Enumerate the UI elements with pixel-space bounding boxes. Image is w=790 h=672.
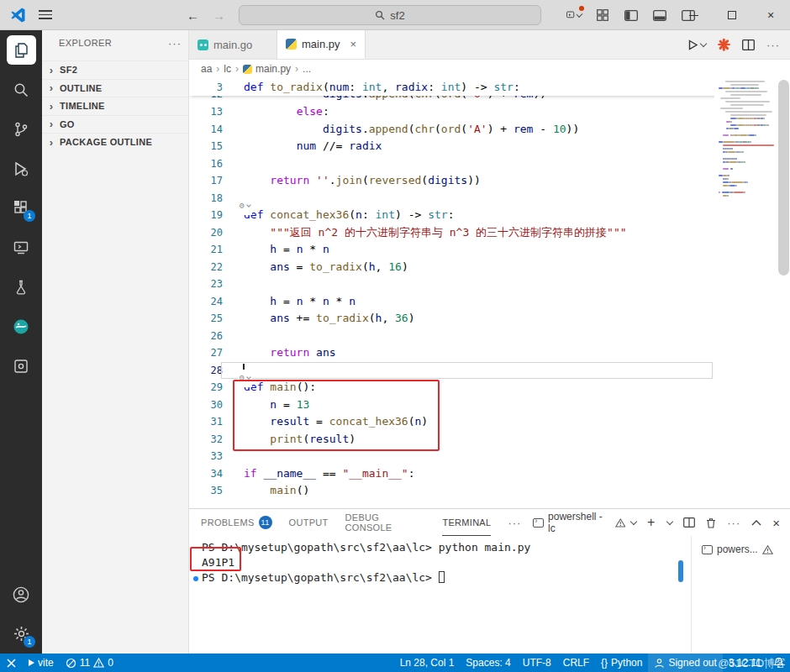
- code-line[interactable]: 16: [189, 155, 790, 173]
- code-line[interactable]: 14 digits.append(chr(ord('A') + rem - 10…: [189, 121, 790, 139]
- panel-tab-debug-console[interactable]: DEBUG CONSOLE: [345, 509, 426, 536]
- breadcrumb-item[interactable]: ...: [303, 63, 311, 75]
- search-view-icon[interactable]: [0, 70, 42, 109]
- encoding[interactable]: UTF-8: [517, 654, 557, 672]
- settings-gear-icon[interactable]: 1: [0, 614, 42, 654]
- editor-more-actions-icon[interactable]: ···: [766, 39, 780, 51]
- code-line[interactable]: ⚙29def main():: [189, 379, 790, 396]
- sidebar-more-icon[interactable]: ···: [168, 37, 182, 50]
- code-line[interactable]: 30 n = 13: [189, 396, 790, 414]
- terminal-tab-item[interactable]: powers...: [697, 540, 790, 559]
- code-line[interactable]: 24 h = n * n * n: [189, 293, 790, 311]
- chevron-right-icon: ›: [45, 64, 57, 76]
- extensions-icon[interactable]: 1: [0, 188, 42, 228]
- code-editor[interactable]: 3 def to_radix(num: int, radix: int) -> …: [189, 78, 790, 508]
- minimap[interactable]: [714, 78, 790, 508]
- language-mode[interactable]: {} Python: [595, 654, 648, 672]
- code-line[interactable]: 25 ans += to_radix(h, 36): [189, 310, 790, 328]
- terminal-scrollbar[interactable]: [678, 560, 683, 582]
- remote-indicator[interactable]: [0, 654, 23, 672]
- close-panel-icon[interactable]: ×: [772, 516, 780, 530]
- kill-terminal-icon[interactable]: [706, 517, 716, 528]
- editor-tab-main.go[interactable]: main.go: [189, 30, 277, 59]
- run-menu-icon[interactable]: [566, 9, 582, 21]
- command-decoration-dot[interactable]: [193, 576, 198, 581]
- indentation[interactable]: Spaces: 4: [460, 654, 516, 672]
- gutter-gear-icon[interactable]: ⚙: [238, 197, 252, 215]
- sticky-scroll-line[interactable]: 3 def to_radix(num: int, radix: int) -> …: [189, 78, 790, 96]
- code-line[interactable]: 13 else:: [189, 103, 790, 121]
- toggle-sidebar-icon[interactable]: [624, 9, 639, 21]
- sidebar-section-go[interactable]: ›GO: [42, 115, 188, 134]
- sidebar-section-timeline[interactable]: ›TIMELINE: [42, 97, 188, 115]
- code-line[interactable]: 18: [189, 190, 790, 207]
- maximize-panel-icon[interactable]: [751, 519, 761, 526]
- panel-tab-output[interactable]: OUTPUT: [289, 509, 329, 536]
- new-terminal-dropdown-icon[interactable]: [666, 517, 673, 524]
- breadcrumb-label: ...: [303, 63, 311, 75]
- code-line[interactable]: ⚙19def concat_hex36(n: int) -> str:: [189, 207, 790, 224]
- code-line[interactable]: 32 print(result): [189, 431, 790, 449]
- run-python-file-button[interactable]: [687, 39, 706, 51]
- code-line[interactable]: 17 return ''.join(reversed(digits)): [189, 172, 790, 190]
- terminal-output[interactable]: PS D:\mysetup\gopath\src\sf2\aa\lc> pyth…: [202, 540, 689, 654]
- sidebar-section-outline[interactable]: ›OUTLINE: [42, 79, 188, 97]
- terminal-profile-select[interactable]: powershell - lc: [533, 511, 636, 534]
- panel-more-tabs-icon[interactable]: ···: [508, 517, 521, 529]
- menu-icon[interactable]: [39, 10, 52, 19]
- code-line[interactable]: 15 num //= radix: [189, 138, 790, 155]
- sidebar-section-sf2[interactable]: ›SF2: [42, 60, 188, 79]
- source-control-icon[interactable]: [0, 109, 42, 149]
- code-line[interactable]: 26: [189, 328, 790, 345]
- panel-tab-terminal[interactable]: TERMINAL: [442, 509, 491, 536]
- eol-sequence[interactable]: CRLF: [557, 654, 595, 672]
- notifications[interactable]: [767, 654, 790, 672]
- code-line[interactable]: 35 main(): [189, 482, 790, 500]
- back-icon[interactable]: ←: [187, 8, 199, 23]
- npm-script-vite[interactable]: vite: [23, 654, 60, 672]
- signed-out-status[interactable]: Signed out: [648, 654, 722, 672]
- code-line[interactable]: 22 ans = to_radix(h, 16): [189, 259, 790, 276]
- code-line[interactable]: 34if __name__ == "__main__":: [189, 465, 790, 483]
- toggle-panel-icon[interactable]: [652, 9, 667, 21]
- python-version[interactable]: 3.12.11: [723, 654, 767, 672]
- problems-status[interactable]: 11 0: [60, 654, 119, 672]
- account-icon[interactable]: [0, 575, 42, 614]
- minimize-button[interactable]: [674, 0, 713, 30]
- new-terminal-button[interactable]: +: [647, 515, 655, 530]
- code-line[interactable]: 28: [189, 362, 790, 380]
- gutter-gear-icon[interactable]: ⚙: [238, 370, 252, 387]
- remote-explorer-icon[interactable]: [0, 228, 42, 267]
- code-line[interactable]: 27 return ans: [189, 344, 790, 362]
- code-line[interactable]: 23: [189, 276, 790, 293]
- extension-star-icon[interactable]: [718, 39, 730, 51]
- docker-extension-icon[interactable]: [0, 307, 42, 346]
- code-line[interactable]: 20 """返回 n^2 的十六进制字符串与 n^3 的三十六进制字符串的拼接"…: [189, 224, 790, 242]
- command-center-search[interactable]: sf2: [239, 5, 541, 25]
- code-line[interactable]: 33: [189, 448, 790, 465]
- code-line[interactable]: 21 h = n * n: [189, 241, 790, 259]
- breadcrumb-item[interactable]: aa: [201, 63, 212, 75]
- close-tab-icon[interactable]: ×: [350, 38, 357, 50]
- editor-tab-main.py[interactable]: main.py×: [277, 30, 366, 59]
- breadcrumb-item[interactable]: lc: [224, 63, 231, 75]
- forward-icon[interactable]: →: [213, 8, 225, 23]
- customize-layout-icon[interactable]: [595, 9, 610, 21]
- panel-tab-problems[interactable]: PROBLEMS11: [201, 509, 272, 536]
- breadcrumb-item[interactable]: main.py: [243, 63, 291, 75]
- close-button[interactable]: ×: [751, 0, 790, 30]
- cursor-position[interactable]: Ln 28, Col 1: [394, 654, 461, 672]
- code-text: def concat_hex36(n: int) -> str:: [244, 207, 454, 224]
- editor-scrollbar[interactable]: [778, 80, 789, 276]
- run-debug-icon[interactable]: [0, 149, 42, 188]
- sidebar-section-package-outline[interactable]: ›PACKAGE OUTLINE: [42, 133, 188, 151]
- testing-icon[interactable]: [0, 267, 42, 307]
- maximize-button[interactable]: [713, 0, 751, 30]
- explorer-icon[interactable]: [0, 30, 42, 70]
- code-line[interactable]: 31 result = concat_hex36(n): [189, 413, 790, 431]
- active-tile: [7, 35, 36, 65]
- panel-more-actions-icon[interactable]: ···: [727, 517, 740, 529]
- split-editor-icon[interactable]: [742, 39, 755, 50]
- tools-extension-icon[interactable]: [0, 346, 42, 386]
- split-terminal-icon[interactable]: [683, 517, 695, 528]
